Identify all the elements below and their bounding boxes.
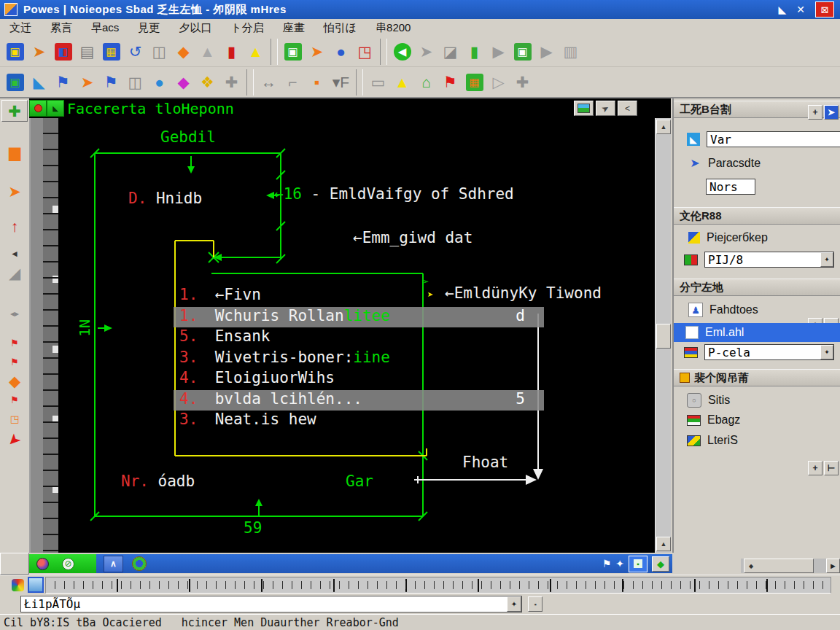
grid-window-icon[interactable]: ▦ [99, 39, 123, 64]
arrow-box-icon[interactable]: ➤ [75, 70, 99, 95]
preview-icon[interactable]: ▲ [195, 39, 219, 64]
step-right-icon[interactable]: ▶ [486, 39, 510, 64]
command-side-button[interactable]: ▪ [528, 596, 542, 612]
section1-swap-icon[interactable]: ➤ [824, 105, 839, 120]
small-play-icon[interactable]: ▷ [486, 70, 510, 95]
panel-section2-header[interactable]: 文伦R88 + ► [674, 207, 840, 225]
canvas-vscrollbar[interactable]: ▲ ▲ [655, 118, 671, 553]
panel-section3-header[interactable]: 分宁左地 + ⊢ [674, 279, 840, 296]
dark-cursor-icon[interactable]: ◄ [2, 244, 27, 263]
pump-icon[interactable]: ↑ [2, 217, 27, 236]
open-icon[interactable]: ➤ [27, 39, 51, 64]
hscroll-blue-segment[interactable]: ∧ ⚑ ✦ ▪ ◆ [96, 554, 672, 573]
pij-drop-button[interactable]: ✦ [820, 252, 833, 267]
cylinder-icon[interactable]: ▮ [462, 39, 486, 64]
red-flag-tool-icon[interactable]: ⚑ [438, 70, 462, 95]
menu-item-3[interactable]: 見更 [138, 21, 160, 35]
list-item[interactable]: 3. Wivetris-boner:iine [174, 349, 544, 370]
list-item[interactable]: 5. Ensank [174, 327, 544, 349]
panel-hscroll-thumb[interactable]: ◆ [744, 559, 814, 573]
drawing-menu-button[interactable]: ◣ [47, 100, 64, 117]
nors-input[interactable] [706, 179, 755, 195]
step-right2-icon[interactable]: ▶ [534, 39, 559, 64]
sitis-label[interactable]: Sitis [708, 394, 730, 407]
menu-item-7[interactable]: 怕引ほ [324, 21, 357, 35]
menu-item-4[interactable]: 夕以口 [179, 21, 211, 35]
lock-button[interactable]: ▪ [629, 556, 648, 572]
mini-tools-icon[interactable]: ◂▸ [2, 304, 27, 323]
list-item[interactable]: 1. Wchuris Rollanliteed [174, 307, 544, 328]
red-arrow-icon[interactable]: ➤ [2, 431, 27, 450]
section3-dock-button[interactable]: ⊢ [824, 461, 839, 475]
sphere-icon[interactable]: ● [329, 39, 353, 64]
pcela-combo[interactable] [704, 344, 834, 360]
chevron-up-button[interactable]: ∧ [104, 556, 123, 572]
orb-icon[interactable] [36, 558, 49, 570]
scroll-down-button[interactable]: ▲ [656, 537, 671, 551]
pinwheel-icon[interactable] [12, 579, 24, 591]
forward-icon[interactable]: ➤ [414, 39, 438, 64]
orange-diamond-icon[interactable]: ◆ [2, 371, 27, 390]
red-flag2-icon[interactable]: ⚑ [2, 352, 27, 371]
close-button[interactable]: ⊠ [815, 1, 834, 18]
green-diamond-button[interactable]: ◆ [652, 556, 669, 572]
menu-item-0[interactable]: 文迁 [9, 21, 31, 35]
menu-item-2[interactable]: 早acs [91, 21, 119, 35]
drawing-thumbnail-button[interactable] [574, 101, 594, 116]
columns-icon[interactable]: ▥ [559, 39, 583, 64]
panel-hscroll-right-button[interactable]: ► [826, 559, 840, 573]
drawing-pen-button[interactable]: ➤ [596, 101, 615, 116]
list-item[interactable]: 3. Neat.is hew [174, 411, 544, 432]
view-window-icon[interactable]: ▣ [281, 39, 305, 64]
drawing-close-button[interactable] [29, 100, 47, 117]
save-icon[interactable]: ◧ [51, 39, 75, 64]
list-item[interactable]: 4. bvlda lcihlén...5 [174, 390, 544, 411]
layout-icon[interactable]: ◫ [147, 39, 171, 64]
panel-section1-header[interactable]: 工死B台割 + ➤ [674, 101, 840, 118]
pattern-box-icon[interactable]: ▦ [462, 70, 486, 95]
plus-tool-icon[interactable]: ✚ [219, 70, 244, 95]
blue-orange-icon[interactable]: ◳ [2, 409, 27, 428]
home-icon[interactable]: ⌂ [414, 70, 438, 95]
undo-icon[interactable]: ↺ [123, 39, 147, 64]
triangle-select-icon[interactable]: ◣ [27, 70, 51, 95]
blue-flag2-icon[interactable]: ⚑ [99, 70, 123, 95]
lamp-icon[interactable]: ▮ [219, 39, 244, 64]
corner-dim-icon[interactable]: ⌐ [281, 70, 305, 95]
new-drawing-icon[interactable]: ▣ [3, 39, 27, 64]
stamp-tool-icon[interactable]: ▆ [2, 142, 27, 161]
drawing-canvas[interactable]: Gebdil D. Hnidb ←16 - EmldVaifgy of Sdhr… [58, 118, 655, 553]
var-input[interactable] [707, 131, 840, 147]
menu-item-6[interactable]: 座畫 [283, 21, 305, 35]
vF-icon[interactable]: ▾F [329, 70, 353, 95]
list-item[interactable]: 1. ←Fivn [174, 286, 544, 307]
close-icon[interactable]: ✕ [796, 4, 805, 15]
white-flag-icon[interactable]: ⚑ [602, 558, 612, 569]
corner-box-icon[interactable]: ◳ [353, 39, 377, 64]
selected-layer-row[interactable]: Eml.ahl [674, 323, 840, 342]
red-flag1-icon[interactable]: ⚑ [2, 333, 27, 352]
section1-add-button[interactable]: + [808, 105, 822, 120]
plus2-tool-icon[interactable]: ✚ [510, 70, 534, 95]
triangle-tool-icon[interactable]: ▲ [244, 39, 268, 64]
menu-item-5[interactable]: ト分启 [230, 21, 263, 35]
star-icon[interactable]: ✦ [615, 558, 624, 569]
orange-arrow-icon[interactable]: ➤ [2, 182, 27, 201]
scroll-up-button[interactable]: ▲ [656, 120, 671, 134]
diamond-tool-icon[interactable]: ◆ [171, 39, 195, 64]
slash-circle-icon[interactable]: ⊘ [62, 558, 74, 570]
command-drop-button[interactable]: ✦ [507, 596, 521, 612]
green-tool-icon[interactable]: ▣ [510, 39, 534, 64]
print-icon[interactable]: ▤ [75, 39, 99, 64]
scroll-thumb[interactable] [656, 324, 671, 349]
red-flag3-icon[interactable]: ⚑ [2, 390, 27, 409]
image-window-icon[interactable]: ◪ [438, 39, 462, 64]
section3-add-button[interactable]: + [808, 461, 822, 475]
panel-tool-icon[interactable]: ▭ [366, 70, 390, 95]
hscroll-green-segment[interactable]: ⊘ [29, 554, 96, 573]
blue-flag-icon[interactable]: ⚑ [51, 70, 75, 95]
clock-icon[interactable]: ● [147, 70, 171, 95]
shapes-icon[interactable]: ❖ [195, 70, 219, 95]
command-input[interactable] [20, 596, 522, 612]
drawing-collapse-button[interactable]: < [618, 101, 637, 116]
